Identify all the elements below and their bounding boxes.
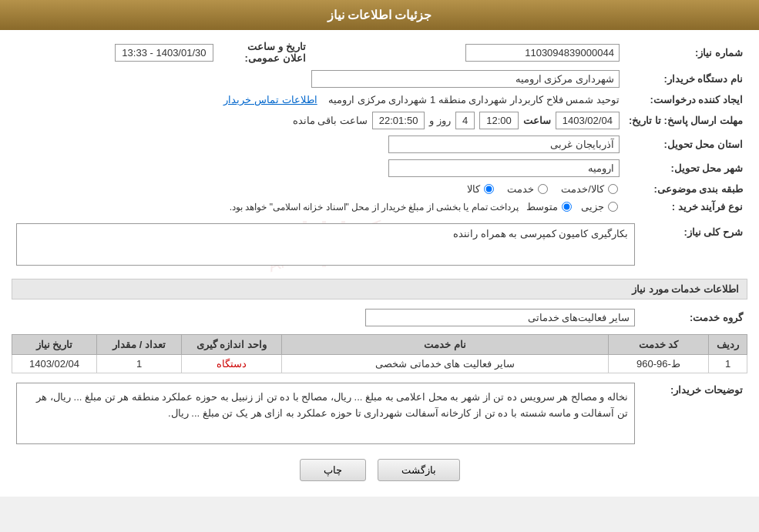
city-label: شهر محل تحویل: [624,156,747,180]
col-service-name: نام خدمت [282,335,609,355]
col-date: تاریخ نیاز [12,335,97,355]
purchase-type-note: پرداخت تمام یا بخشی از مبلغ خریدار از مح… [230,202,519,212]
buyer-name-cell: شهرداری مرکزی ارومیه [12,67,624,91]
cell-row-num: 1 [709,355,747,373]
service-table: ردیف کد خدمت نام خدمت واحد اندازه گیری ت… [12,334,747,373]
deadline-time-label: ساعت [523,115,551,126]
category-label: طبقه بندی موضوعی: [624,180,747,198]
need-number-value: 1103094839000044 [465,44,620,62]
purchase-type-label: نوع فرآیند خرید : [624,198,747,216]
date-label: تاریخ و ساعت اعلان عمومی: [218,38,311,67]
buyer-name-label: نام دستگاه خریدار: [624,67,747,91]
need-desc-value: بکارگیری کامیون کمپرسی به همراه راننده [16,223,635,266]
cell-service-name: سایر فعالیت های خدماتی شخصی [282,355,609,373]
service-group-table: گروه خدمت: سایر فعالیت‌های خدماتی [12,306,747,330]
radio-goods-service-input[interactable] [608,184,618,194]
creator-cell: توحید شمس فلاح کاربردار شهرداری منطقه 1 … [12,91,624,109]
buttons-row: بازگشت چاپ [12,459,747,481]
col-quantity: تعداد / مقدار [97,335,182,355]
buyer-desc-table: توضیحات خریدار: نخاله و مصالح هر سرویس د… [12,380,747,447]
radio-goods-label: کالا [467,183,480,195]
main-content: شماره نیاز: 1103094839000044 تاریخ و ساع… [0,30,759,497]
deadline-cell: 1403/02/04 ساعت 12:00 4 روز و 22:01:50 س… [12,109,624,132]
service-group-label: گروه خدمت: [640,306,747,330]
buyer-name-value: شهرداری مرکزی ارومیه [311,70,620,88]
province-value: آذربایجان غربی [388,136,620,153]
cell-service-code: ط-96-960 [609,355,709,373]
contact-link[interactable]: اطلاعات تماس خریدار [223,94,317,105]
cell-quantity: 1 [97,355,182,373]
radio-partial-input[interactable] [608,202,618,212]
radio-goods[interactable]: کالا [467,183,495,195]
cell-unit: دستگاه [182,355,282,373]
need-desc-cell: 🛡 AnaΤender.NET بکارگیری کامیون کمپرسی ب… [12,220,640,273]
deadline-time: 12:00 [479,112,519,129]
date-cell: 1403/01/30 - 13:33 [12,38,218,67]
cell-date: 1403/02/04 [12,355,97,373]
radio-medium-label: متوسط [526,201,558,212]
buyer-desc-label: توضیحات خریدار: [640,380,747,447]
need-desc-label: شرح کلی نیاز: [640,220,747,273]
radio-medium[interactable]: متوسط [526,201,573,212]
service-group-cell: سایر فعالیت‌های خدماتی [12,306,640,330]
deadline-date: 1403/02/04 [556,112,620,129]
deadline-days-label: روز و [429,115,451,126]
col-unit: واحد اندازه گیری [182,335,282,355]
page-header: جزئیات اطلاعات نیاز [0,0,759,30]
service-section-title: اطلاعات خدمات مورد نیاز [12,279,747,299]
purchase-type-cell: جزیی متوسط پرداخت تمام یا بخشی از مبلغ خ… [12,198,624,216]
radio-partial[interactable]: جزیی [581,201,620,212]
radio-goods-service-label: کالا/خدمت [561,183,604,195]
need-desc-table: شرح کلی نیاز: 🛡 AnaΤender.NET بکارگیری ک… [12,220,747,273]
category-cell: کالا/خدمت خدمت کالا [12,180,624,198]
radio-service-input[interactable] [538,184,548,194]
city-value: ارومیه [388,159,620,177]
print-button[interactable]: چاپ [300,459,366,481]
city-cell: ارومیه [12,156,624,180]
deadline-remaining: 22:01:50 [372,112,425,129]
deadline-label: مهلت ارسال پاسخ: تا تاریخ: [624,109,747,132]
deadline-days: 4 [455,112,475,129]
province-cell: آذربایجان غربی [12,132,624,156]
col-row-num: ردیف [709,335,747,355]
radio-service-label: خدمت [507,183,534,195]
need-number-cell: 1103094839000044 [311,38,624,67]
table-row: 1 ط-96-960 سایر فعالیت های خدماتی شخصی د… [12,355,747,373]
radio-partial-label: جزیی [581,201,604,212]
date-value: 1403/01/30 - 13:33 [115,44,213,62]
page-wrapper: جزئیات اطلاعات نیاز شماره نیاز: 11030948… [0,0,759,497]
radio-medium-input[interactable] [562,202,572,212]
col-service-code: کد خدمت [609,335,709,355]
page-title: جزئیات اطلاعات نیاز [327,8,432,22]
radio-goods-service[interactable]: کالا/خدمت [561,183,620,195]
buyer-desc-cell: نخاله و مصالح هر سرویس ده تن از شهر به م… [12,380,640,447]
deadline-remaining-label: ساعت باقی مانده [293,115,368,126]
creator-value: توحید شمس فلاح کاربردار شهرداری منطقه 1 … [328,94,620,105]
top-form-table: شماره نیاز: 1103094839000044 تاریخ و ساع… [12,38,747,216]
back-button[interactable]: بازگشت [378,459,460,481]
need-number-label: شماره نیاز: [624,38,747,67]
creator-label: ایجاد کننده درخواست: [624,91,747,109]
province-label: استان محل تحویل: [624,132,747,156]
radio-goods-input[interactable] [484,184,494,194]
buyer-desc-value: نخاله و مصالح هر سرویس ده تن از شهر به م… [16,383,635,444]
radio-service[interactable]: خدمت [507,183,549,195]
service-group-value: سایر فعالیت‌های خدماتی [365,309,635,326]
